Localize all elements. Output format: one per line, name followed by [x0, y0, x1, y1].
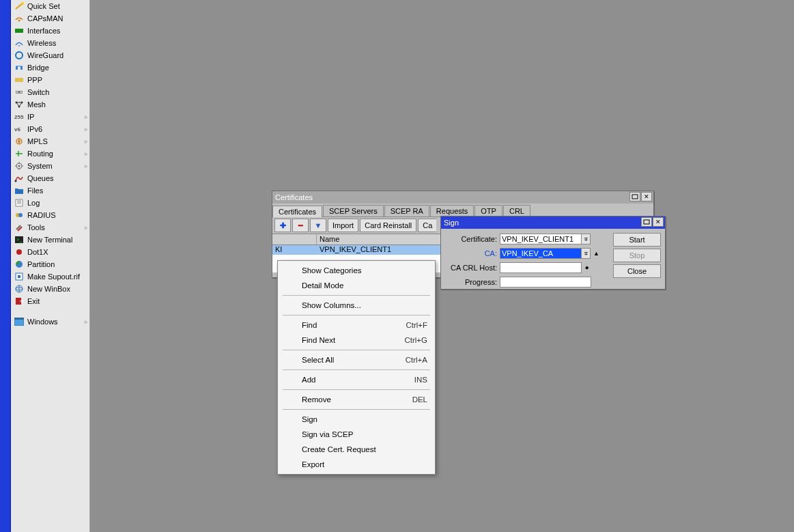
add-button[interactable]: ✚	[274, 219, 291, 232]
sidebar-item-routing[interactable]: Routing▹	[11, 148, 89, 160]
ca-label: CA:	[445, 249, 497, 257]
context-item-select-all[interactable]: Select AllCtrl+A	[279, 352, 434, 367]
svg-point-12	[20, 92, 22, 93]
context-item-shortcut: Ctrl+A	[406, 356, 427, 364]
svg-point-4	[18, 45, 20, 46]
sidebar-item-label: Tools	[27, 223, 45, 232]
minimize-button[interactable]	[629, 192, 640, 201]
sidebar-item-system[interactable]: System▹	[11, 160, 89, 172]
bridge-icon	[14, 63, 25, 72]
sidebar-item-mpls[interactable]: MPLS▹	[11, 135, 89, 148]
context-item-remove[interactable]: RemoveDEL	[279, 392, 434, 407]
context-menu: Show CategoriesDetail ModeShow Columns..…	[277, 260, 436, 475]
filter-button[interactable]: ▼	[310, 219, 326, 232]
wireless-icon	[14, 38, 25, 48]
cacrlhost-spin[interactable]: ◆	[583, 266, 590, 270]
card-reinstall-button[interactable]: Card Reinstall	[360, 219, 416, 232]
submenu-arrow-icon: ▹	[85, 150, 88, 157]
tab-otp[interactable]: OTP	[474, 205, 502, 216]
certificates-title-bar[interactable]: Certificates ✕	[272, 191, 653, 204]
sidebar-item-ipv6[interactable]: v6IPv6▹	[11, 123, 89, 135]
certificate-dropdown-button[interactable]: ∓	[581, 234, 591, 244]
ca-up-icon[interactable]: ▲	[593, 250, 599, 257]
context-menu-separator	[283, 350, 430, 350]
context-item-add[interactable]: AddINS	[279, 372, 434, 387]
svg-point-2	[18, 20, 20, 22]
certificates-title-text: Certificates	[275, 193, 313, 201]
sidebar-item-partition[interactable]: Partition	[11, 258, 89, 270]
sidebar-item-label: MPLS	[27, 137, 48, 145]
files-icon	[14, 186, 25, 195]
sidebar-item-radius[interactable]: RADIUS	[11, 209, 89, 221]
sidebar-item-exit[interactable]: Exit	[11, 295, 89, 307]
tab-scep-ra[interactable]: SCEP RA	[384, 205, 429, 216]
sidebar-item-log[interactable]: Log	[11, 197, 89, 209]
svg-point-28	[15, 180, 17, 182]
sidebar-item-ip[interactable]: 255IP▹	[11, 111, 89, 123]
context-item-create-cert-request[interactable]: Create Cert. Request	[279, 442, 434, 457]
minimize-button[interactable]	[641, 217, 652, 227]
sign-buttons: Start Stop Close	[613, 233, 661, 290]
sidebar-item-wireless[interactable]: Wireless	[11, 37, 89, 49]
sidebar-item-label: New WinBox	[27, 285, 70, 293]
tab-crl[interactable]: CRL	[503, 205, 530, 216]
ca-input[interactable]	[500, 248, 582, 259]
start-button[interactable]: Start	[613, 233, 661, 247]
sidebar-separator	[11, 307, 89, 316]
context-item-find[interactable]: FindCtrl+F	[279, 318, 434, 333]
windows-icon	[14, 317, 25, 326]
sidebar-item-queues[interactable]: Queues	[11, 172, 89, 184]
sign-window: Sign ✕ Certificate: ∓ CA: ∓ ▲ CA CRL Hos…	[440, 216, 666, 290]
sidebar-item-label: Bridge	[27, 64, 49, 72]
sidebar-item-bridge[interactable]: Bridge	[11, 61, 89, 74]
sidebar-item-quick-set[interactable]: Quick Set	[11, 0, 89, 12]
close-button[interactable]: Close	[613, 264, 661, 278]
sidebar-item-label: Files	[27, 186, 43, 195]
context-item-sign-via-scep[interactable]: Sign via SCEP	[279, 427, 434, 442]
svg-point-39	[16, 249, 22, 255]
close-button[interactable]: ✕	[641, 192, 652, 201]
context-item-detail-mode[interactable]: Detail Mode	[279, 278, 434, 293]
sidebar-item-ppp[interactable]: PPP	[11, 74, 89, 86]
log-icon	[14, 198, 25, 208]
cacrlhost-input[interactable]	[500, 262, 582, 273]
context-item-show-columns-[interactable]: Show Columns...	[279, 298, 434, 313]
sidebar-item-capsman[interactable]: CAPsMAN	[11, 12, 89, 25]
sidebar-item-label: Queues	[27, 174, 54, 182]
context-item-sign[interactable]: Sign	[279, 412, 434, 427]
sidebar-item-windows[interactable]: Windows ▹	[11, 316, 89, 328]
card-verify-button-partial[interactable]: Ca	[418, 219, 436, 232]
sign-title-bar[interactable]: Sign ✕	[441, 216, 665, 229]
tab-requests[interactable]: Requests	[430, 205, 474, 216]
sidebar-item-new-winbox[interactable]: New WinBox	[11, 283, 89, 295]
context-item-label: Sign via SCEP	[302, 430, 353, 438]
svg-line-17	[16, 102, 19, 107]
sign-title-text: Sign	[444, 219, 459, 227]
sidebar-item-interfaces[interactable]: Interfaces	[11, 25, 89, 37]
import-button[interactable]: Import	[328, 219, 358, 232]
column-flags[interactable]	[272, 234, 317, 244]
sidebar-item-mesh[interactable]: Mesh	[11, 98, 89, 111]
remove-button[interactable]: ━	[292, 219, 309, 232]
sidebar-item-tools[interactable]: Tools▹	[11, 221, 89, 234]
ppp-icon	[14, 75, 25, 85]
sidebar-item-switch[interactable]: Switch	[11, 86, 89, 98]
sidebar-item-files[interactable]: Files	[11, 184, 89, 197]
ip-icon: 255	[14, 112, 25, 122]
sidebar-item-label: Mesh	[27, 100, 46, 109]
tab-scep-servers[interactable]: SCEP Servers	[323, 205, 384, 216]
svg-rect-9	[15, 78, 23, 82]
sidebar-item-dot1x[interactable]: Dot1X	[11, 246, 89, 258]
ipv6-icon: v6	[14, 124, 25, 134]
context-item-show-categories[interactable]: Show Categories	[279, 263, 434, 278]
context-item-export[interactable]: Export	[279, 457, 434, 472]
sidebar-item-new-terminal[interactable]: >_New Terminal	[11, 234, 89, 246]
tab-certificates[interactable]: Certificates	[272, 206, 322, 217]
sidebar-item-label: PPP	[27, 76, 42, 84]
ca-dropdown-button[interactable]: ∓	[581, 248, 591, 259]
certificate-input[interactable]	[500, 234, 582, 244]
context-item-find-next[interactable]: Find NextCtrl+G	[279, 333, 434, 348]
sidebar-item-make-supout-rif[interactable]: Make Supout.rif	[11, 270, 89, 283]
close-button[interactable]: ✕	[653, 217, 664, 227]
sidebar-item-wireguard[interactable]: WireGuard	[11, 49, 89, 61]
